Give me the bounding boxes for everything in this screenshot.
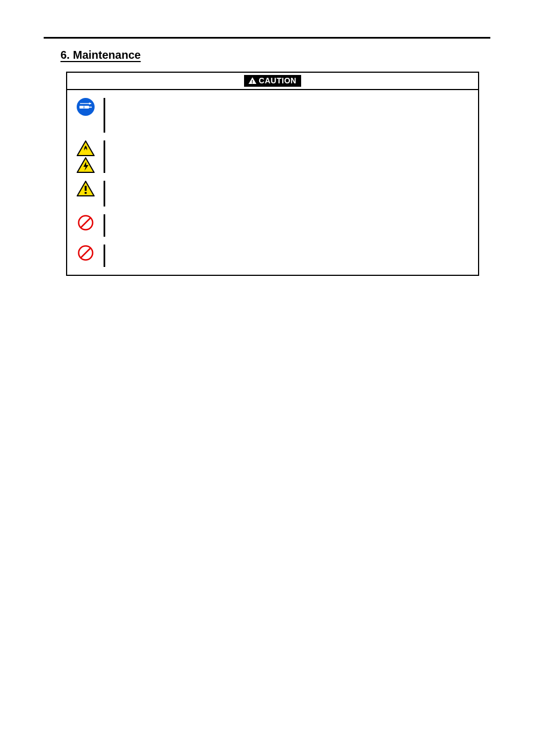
unplug-icon — [77, 98, 95, 116]
prohibit-icon — [77, 245, 94, 261]
caution-row — [73, 245, 472, 267]
caution-header: ! CAUTION — [67, 73, 478, 90]
caution-box: ! CAUTION — [66, 72, 479, 276]
caution-label-text: CAUTION — [259, 76, 296, 85]
caution-row — [73, 181, 472, 206]
caution-row — [73, 214, 472, 237]
svg-rect-4 — [85, 106, 89, 109]
caution-triangle-icon: ! — [249, 77, 256, 86]
svg-text:!: ! — [252, 79, 254, 84]
top-horizontal-rule — [44, 37, 490, 39]
svg-line-17 — [81, 248, 91, 258]
caution-body — [67, 90, 478, 275]
svg-line-15 — [81, 218, 91, 228]
svg-rect-13 — [85, 192, 86, 194]
caution-row — [73, 98, 472, 133]
caution-badge: ! CAUTION — [244, 75, 301, 87]
section-title: 6. Maintenance — [60, 49, 490, 62]
electric-shock-icon — [77, 157, 95, 173]
prohibit-icon — [77, 214, 94, 231]
caution-row — [73, 140, 472, 173]
svg-rect-12 — [85, 186, 86, 191]
svg-rect-3 — [79, 106, 83, 109]
warning-exclaim-icon — [77, 181, 95, 196]
flame-icon — [77, 140, 95, 156]
